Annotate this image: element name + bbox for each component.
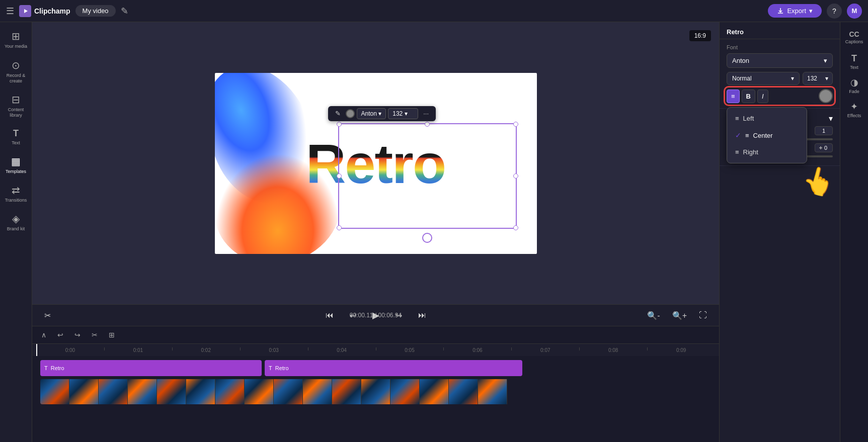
left-sidebar: ⊞ Your media ⊙ Record &create ⊟ Contentl… xyxy=(0,22,32,442)
fullscreen-btn[interactable]: ⛶ xyxy=(695,309,711,322)
marker-1: 0:01 xyxy=(104,347,172,353)
advanced-chevron: ▾ xyxy=(829,114,833,123)
more-options-btn[interactable]: ··· xyxy=(420,108,432,119)
marker-7: 0:07 xyxy=(511,347,579,353)
line-height-value[interactable]: 1 xyxy=(815,126,833,135)
text-tracks-row: T Retro T Retro xyxy=(36,359,715,377)
align-btn-active[interactable]: ≡ xyxy=(727,90,740,103)
align-option-right[interactable]: ≡ Right xyxy=(729,144,805,160)
bold-button[interactable]: B xyxy=(742,90,755,103)
time-display: 00:00.11 / 00:06.94 xyxy=(350,312,402,319)
logo-text: Clipchamp xyxy=(34,7,70,15)
marker-6: 0:06 xyxy=(443,347,511,353)
top-bar-right: Export ▾ ? M xyxy=(768,4,862,19)
captions-tool[interactable]: CC Captions xyxy=(843,26,865,48)
italic-button[interactable]: I xyxy=(757,90,768,103)
align-left-icon: ≡ xyxy=(735,115,739,122)
rename-icon[interactable]: ✎ xyxy=(121,6,128,17)
sidebar-item-content-library[interactable]: ⊟ Contentlibrary xyxy=(1,90,31,122)
edit-text-icon[interactable]: ✎ xyxy=(332,108,344,119)
text-track-1[interactable]: T Retro xyxy=(40,360,262,376)
color-circle[interactable] xyxy=(819,89,833,103)
effects-tool[interactable]: ✦ Effects xyxy=(843,99,865,121)
top-bar: ☰ Clipchamp My video ✎ Export ▾ ? M xyxy=(0,0,868,22)
timeline-snap-btn[interactable]: ⊞ xyxy=(106,329,118,340)
frame-7 xyxy=(215,379,245,404)
align-row: ≡ ≡ Left ✓ ≡ Center ≡ Right xyxy=(727,89,833,103)
templates-icon: ▦ xyxy=(11,155,21,167)
frame-8 xyxy=(245,379,274,404)
hamburger-icon[interactable]: ☰ xyxy=(6,6,14,17)
skip-forward-btn[interactable]: ⏭ xyxy=(414,309,430,322)
help-icon[interactable]: ? xyxy=(827,4,842,19)
center-area: 16:9 Retro ↺ xyxy=(32,22,719,442)
playhead[interactable] xyxy=(36,344,37,356)
frame-11 xyxy=(332,379,361,404)
frame-5 xyxy=(157,379,186,404)
size-input[interactable]: 132 ▾ xyxy=(803,72,833,85)
logo: Clipchamp xyxy=(19,5,70,17)
font-select-toolbar[interactable]: Anton ▾ xyxy=(357,108,386,119)
right-controls: 🔍- 🔍+ ⛶ xyxy=(643,309,711,322)
frame-9 xyxy=(274,379,303,404)
sidebar-item-templates[interactable]: ▦ Templates xyxy=(1,151,31,178)
left-controls: ✂ xyxy=(40,309,55,322)
marker-5: 0:05 xyxy=(376,347,444,353)
style-size-row: Normal ▾ 132 ▾ xyxy=(727,72,833,85)
sidebar-item-brand-kit[interactable]: ◈ Brand kit xyxy=(1,209,31,235)
frame-15 xyxy=(449,379,478,404)
zoom-out-btn[interactable]: 🔍- xyxy=(643,309,664,322)
frame-12 xyxy=(361,379,390,404)
timeline-redo-btn[interactable]: ↪ xyxy=(71,329,84,340)
library-icon: ⊟ xyxy=(12,94,20,106)
sidebar-item-your-media[interactable]: ⊞ Your media xyxy=(1,26,31,53)
user-avatar[interactable]: M xyxy=(847,4,862,19)
frame-14 xyxy=(420,379,449,404)
text-tool[interactable]: T Text xyxy=(843,50,865,72)
frame-3 xyxy=(99,379,128,404)
text-track-2[interactable]: T Retro xyxy=(265,360,522,376)
size-select-toolbar[interactable]: 132 ▾ xyxy=(388,108,418,119)
text-color-btn[interactable] xyxy=(346,109,355,118)
zoom-in-btn[interactable]: 🔍+ xyxy=(668,309,691,322)
clip-cut-btn[interactable]: ✂ xyxy=(40,309,55,322)
skip-back-btn[interactable]: ⏮ xyxy=(322,309,338,322)
sidebar-item-text[interactable]: T Text xyxy=(1,124,31,149)
canvas-retro-text[interactable]: Retro xyxy=(306,131,445,195)
brand-icon: ◈ xyxy=(12,213,20,225)
align-dropdown: ≡ Left ✓ ≡ Center ≡ Right xyxy=(727,107,807,163)
record-icon: ⊙ xyxy=(12,59,20,71)
ruler-marks: 0:00 0:01 0:02 0:03 0:04 0:05 0:06 0:07 … xyxy=(36,347,715,353)
hand-cursor-icon: 👆 xyxy=(799,162,838,201)
video-title[interactable]: My video xyxy=(75,5,116,17)
frame-16 xyxy=(478,379,507,404)
frame-13 xyxy=(390,379,420,404)
timeline-collapse-btn[interactable]: ∧ xyxy=(38,329,49,340)
font-section: Font Anton ▾ Normal ▾ 132 ▾ ≡ xyxy=(720,39,840,109)
export-button[interactable]: Export ▾ xyxy=(768,4,822,18)
sidebar-item-transitions[interactable]: ⇄ Transitions xyxy=(1,180,31,207)
fade-tool[interactable]: ◑ Fade xyxy=(843,74,865,97)
right-panel: Retro Font Anton ▾ Normal ▾ 132 ▾ xyxy=(719,22,840,442)
align-option-left[interactable]: ≡ Left xyxy=(729,111,805,126)
text-toolbar: ✎ Anton ▾ 132 ▾ ··· xyxy=(328,106,436,121)
font-dropdown[interactable]: Anton ▾ xyxy=(727,53,833,68)
video-strip[interactable] xyxy=(40,379,526,404)
top-bar-left: ☰ Clipchamp My video ✎ xyxy=(6,5,128,17)
panel-title: Retro xyxy=(720,22,840,39)
playback-controls: ✂ ⏮ ↩ ▶ ↪ ⏭ 00:00.11 / 00:06.94 🔍- 🔍+ ⛶ xyxy=(32,304,719,326)
frame-4 xyxy=(128,379,157,404)
sidebar-item-record-create[interactable]: ⊙ Record &create xyxy=(1,55,31,88)
transitions-icon: ⇄ xyxy=(12,184,20,196)
logo-icon xyxy=(19,5,31,17)
video-canvas[interactable]: Retro ↺ ✎ Anton xyxy=(215,73,537,254)
style-dropdown[interactable]: Normal ▾ xyxy=(727,72,800,85)
frame-6 xyxy=(186,379,215,404)
text-sidebar-icon: T xyxy=(13,128,19,139)
timeline-split-btn[interactable]: ✂ xyxy=(89,329,101,340)
aspect-ratio-badge: 16:9 xyxy=(689,30,711,41)
align-option-center[interactable]: ✓ ≡ Center xyxy=(729,127,805,143)
marker-8: 0:08 xyxy=(579,347,647,353)
letter-spacing-value[interactable]: 0 xyxy=(815,143,833,152)
timeline-undo-btn[interactable]: ↩ xyxy=(54,329,66,340)
